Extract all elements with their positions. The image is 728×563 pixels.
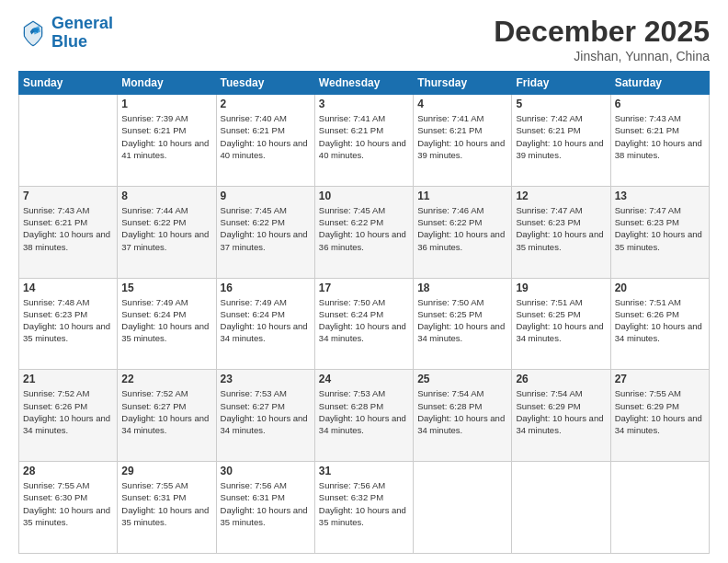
day-info: Sunrise: 7:44 AMSunset: 6:22 PMDaylight:… <box>121 204 211 253</box>
day-cell: 1Sunrise: 7:39 AMSunset: 6:21 PMDaylight… <box>118 95 216 187</box>
day-number: 3 <box>319 98 409 110</box>
day-cell: 5Sunrise: 7:42 AMSunset: 6:21 PMDaylight… <box>512 95 610 187</box>
day-info: Sunrise: 7:40 AMSunset: 6:21 PMDaylight:… <box>221 112 311 161</box>
day-cell: 29Sunrise: 7:55 AMSunset: 6:31 PMDayligh… <box>118 462 216 554</box>
day-number: 19 <box>516 282 606 294</box>
weekday-header-saturday: Saturday <box>610 72 709 95</box>
day-number: 20 <box>615 282 705 294</box>
day-cell: 23Sunrise: 7:53 AMSunset: 6:27 PMDayligh… <box>216 370 314 462</box>
weekday-header-tuesday: Tuesday <box>216 72 314 95</box>
weekday-header-friday: Friday <box>512 72 610 95</box>
weekday-header-wednesday: Wednesday <box>314 72 413 95</box>
day-number: 17 <box>319 282 409 294</box>
day-number: 2 <box>221 98 311 110</box>
logo: General Blue <box>18 15 113 52</box>
day-cell: 18Sunrise: 7:50 AMSunset: 6:25 PMDayligh… <box>414 278 512 370</box>
day-info: Sunrise: 7:41 AMSunset: 6:21 PMDaylight:… <box>417 112 507 161</box>
day-number: 5 <box>516 98 606 110</box>
day-number: 1 <box>121 98 211 110</box>
day-number: 15 <box>121 282 211 294</box>
weekday-header-sunday: Sunday <box>19 72 118 95</box>
day-number: 24 <box>319 373 409 385</box>
day-info: Sunrise: 7:43 AMSunset: 6:21 PMDaylight:… <box>615 112 705 161</box>
day-number: 16 <box>221 282 311 294</box>
logo-icon <box>18 18 48 48</box>
day-info: Sunrise: 7:53 AMSunset: 6:27 PMDaylight:… <box>221 387 311 436</box>
day-info: Sunrise: 7:47 AMSunset: 6:23 PMDaylight:… <box>516 204 606 253</box>
day-cell: 7Sunrise: 7:43 AMSunset: 6:21 PMDaylight… <box>19 186 118 278</box>
day-cell: 13Sunrise: 7:47 AMSunset: 6:23 PMDayligh… <box>610 186 709 278</box>
day-number: 4 <box>417 98 507 110</box>
day-number: 12 <box>516 190 606 202</box>
day-number: 28 <box>23 465 113 477</box>
day-number: 7 <box>23 190 113 202</box>
week-row-3: 21Sunrise: 7:52 AMSunset: 6:26 PMDayligh… <box>19 370 710 462</box>
day-cell <box>414 462 512 554</box>
day-info: Sunrise: 7:50 AMSunset: 6:25 PMDaylight:… <box>417 296 507 345</box>
day-cell: 25Sunrise: 7:54 AMSunset: 6:28 PMDayligh… <box>414 370 512 462</box>
day-number: 9 <box>221 190 311 202</box>
day-info: Sunrise: 7:52 AMSunset: 6:27 PMDaylight:… <box>121 387 211 436</box>
day-cell: 10Sunrise: 7:45 AMSunset: 6:22 PMDayligh… <box>314 186 413 278</box>
day-cell: 30Sunrise: 7:56 AMSunset: 6:31 PMDayligh… <box>216 462 314 554</box>
day-number: 18 <box>417 282 507 294</box>
month-title: December 2025 <box>494 15 710 49</box>
day-number: 8 <box>121 190 211 202</box>
day-cell: 16Sunrise: 7:49 AMSunset: 6:24 PMDayligh… <box>216 278 314 370</box>
day-info: Sunrise: 7:51 AMSunset: 6:25 PMDaylight:… <box>516 296 606 345</box>
weekday-header-row: SundayMondayTuesdayWednesdayThursdayFrid… <box>19 72 710 95</box>
day-cell: 24Sunrise: 7:53 AMSunset: 6:28 PMDayligh… <box>314 370 413 462</box>
day-cell: 9Sunrise: 7:45 AMSunset: 6:22 PMDaylight… <box>216 186 314 278</box>
day-info: Sunrise: 7:39 AMSunset: 6:21 PMDaylight:… <box>121 112 211 161</box>
day-cell: 8Sunrise: 7:44 AMSunset: 6:22 PMDaylight… <box>118 186 216 278</box>
day-number: 27 <box>615 373 705 385</box>
day-number: 10 <box>319 190 409 202</box>
weekday-header-monday: Monday <box>118 72 216 95</box>
day-cell: 4Sunrise: 7:41 AMSunset: 6:21 PMDaylight… <box>414 95 512 187</box>
day-cell: 15Sunrise: 7:49 AMSunset: 6:24 PMDayligh… <box>118 278 216 370</box>
day-info: Sunrise: 7:42 AMSunset: 6:21 PMDaylight:… <box>516 112 606 161</box>
day-info: Sunrise: 7:52 AMSunset: 6:26 PMDaylight:… <box>23 387 113 436</box>
day-info: Sunrise: 7:50 AMSunset: 6:24 PMDaylight:… <box>319 296 409 345</box>
day-cell: 22Sunrise: 7:52 AMSunset: 6:27 PMDayligh… <box>118 370 216 462</box>
day-cell: 20Sunrise: 7:51 AMSunset: 6:26 PMDayligh… <box>610 278 709 370</box>
day-info: Sunrise: 7:56 AMSunset: 6:31 PMDaylight:… <box>221 479 311 528</box>
day-info: Sunrise: 7:49 AMSunset: 6:24 PMDaylight:… <box>221 296 311 345</box>
weekday-header-thursday: Thursday <box>414 72 512 95</box>
day-cell <box>610 462 709 554</box>
logo-line1: General <box>51 14 113 32</box>
day-cell: 17Sunrise: 7:50 AMSunset: 6:24 PMDayligh… <box>314 278 413 370</box>
day-info: Sunrise: 7:54 AMSunset: 6:29 PMDaylight:… <box>516 387 606 436</box>
page: General Blue December 2025 Jinshan, Yunn… <box>0 0 728 563</box>
week-row-0: 1Sunrise: 7:39 AMSunset: 6:21 PMDaylight… <box>19 95 710 187</box>
day-number: 6 <box>615 98 705 110</box>
header: General Blue December 2025 Jinshan, Yunn… <box>18 15 710 63</box>
day-number: 30 <box>221 465 311 477</box>
day-info: Sunrise: 7:47 AMSunset: 6:23 PMDaylight:… <box>615 204 705 253</box>
day-cell: 31Sunrise: 7:56 AMSunset: 6:32 PMDayligh… <box>314 462 413 554</box>
day-cell: 6Sunrise: 7:43 AMSunset: 6:21 PMDaylight… <box>610 95 709 187</box>
day-cell: 21Sunrise: 7:52 AMSunset: 6:26 PMDayligh… <box>19 370 118 462</box>
day-info: Sunrise: 7:56 AMSunset: 6:32 PMDaylight:… <box>319 479 409 528</box>
day-number: 25 <box>417 373 507 385</box>
day-number: 26 <box>516 373 606 385</box>
day-info: Sunrise: 7:54 AMSunset: 6:28 PMDaylight:… <box>417 387 507 436</box>
day-info: Sunrise: 7:45 AMSunset: 6:22 PMDaylight:… <box>221 204 311 253</box>
day-info: Sunrise: 7:41 AMSunset: 6:21 PMDaylight:… <box>319 112 409 161</box>
title-block: December 2025 Jinshan, Yunnan, China <box>494 15 710 63</box>
day-number: 23 <box>221 373 311 385</box>
day-number: 14 <box>23 282 113 294</box>
day-cell: 3Sunrise: 7:41 AMSunset: 6:21 PMDaylight… <box>314 95 413 187</box>
week-row-2: 14Sunrise: 7:48 AMSunset: 6:23 PMDayligh… <box>19 278 710 370</box>
day-info: Sunrise: 7:51 AMSunset: 6:26 PMDaylight:… <box>615 296 705 345</box>
day-cell: 19Sunrise: 7:51 AMSunset: 6:25 PMDayligh… <box>512 278 610 370</box>
day-info: Sunrise: 7:49 AMSunset: 6:24 PMDaylight:… <box>121 296 211 345</box>
day-cell: 26Sunrise: 7:54 AMSunset: 6:29 PMDayligh… <box>512 370 610 462</box>
day-number: 22 <box>121 373 211 385</box>
day-cell: 27Sunrise: 7:55 AMSunset: 6:29 PMDayligh… <box>610 370 709 462</box>
day-cell: 2Sunrise: 7:40 AMSunset: 6:21 PMDaylight… <box>216 95 314 187</box>
location: Jinshan, Yunnan, China <box>494 49 710 63</box>
day-cell <box>19 95 118 187</box>
day-info: Sunrise: 7:55 AMSunset: 6:30 PMDaylight:… <box>23 479 113 528</box>
logo-line2: Blue <box>51 32 87 51</box>
